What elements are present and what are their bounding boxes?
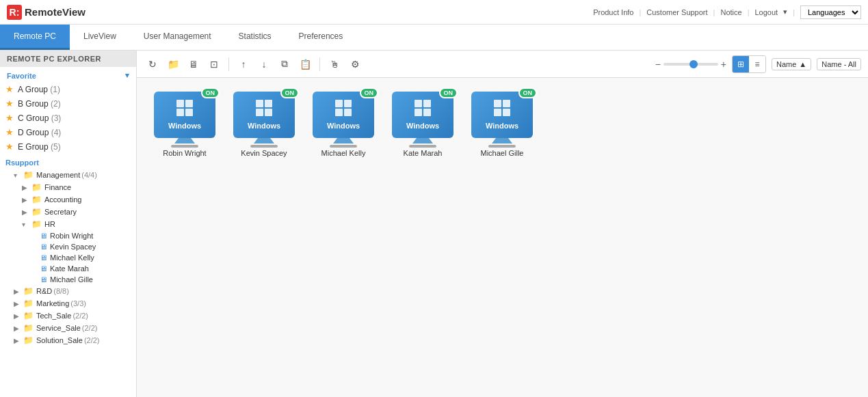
zoom-slider[interactable] (663, 63, 718, 66)
favorite-item-0[interactable]: ★ A Group (1) (0, 82, 136, 96)
on-badge: ON (360, 87, 379, 98)
tree-item-11[interactable]: ▶ 📁 Marketing (3/3) (0, 297, 136, 310)
tree-item-label: Kate Marah (50, 264, 89, 273)
tree-item-label: Management (36, 171, 80, 179)
tree-arrow: ▾ (22, 221, 30, 228)
remote-button[interactable]: 🖱 (326, 55, 343, 73)
toolbar: ↻ 📁 🖥 ⊡ ↑ ↓ ⧉ 📋 🖱 ⚙ − + ⊞ (137, 51, 868, 78)
copy-button[interactable]: ⧉ (276, 55, 293, 73)
folder-icon: 📁 (31, 182, 42, 192)
tree-arrow: ▾ (14, 172, 22, 179)
move-down-button[interactable]: ↓ (255, 55, 273, 73)
logo-icon: R: (7, 5, 22, 20)
favorite-collapse-icon[interactable]: ▾ (125, 71, 129, 80)
pc-name-label: Kevin Spacey (241, 149, 287, 157)
pc-card-3[interactable]: ON Windows Kate Marah (389, 92, 457, 157)
logo-text: RemoteView (25, 6, 86, 18)
star-icon: ★ (5, 127, 14, 137)
tree-item-label: Michael Gille (50, 275, 93, 284)
tree-item-8[interactable]: 🖥 Kate Marah (0, 263, 136, 274)
pc-name-label: Michael Kelly (321, 149, 366, 157)
fav-label: D Group (18, 128, 49, 137)
tree-item-5[interactable]: 🖥 Robin Wright (0, 230, 136, 241)
top-links: Product Info | Customer Support | Notice… (593, 5, 861, 19)
star-icon: ★ (5, 113, 14, 123)
tab-preferences[interactable]: Preferences (285, 25, 357, 50)
folder-icon: 📁 (31, 207, 42, 217)
tree-item-label: Michael Kelly (50, 254, 94, 262)
pc-icon: 🖥 (40, 243, 47, 251)
tab-statistics[interactable]: Statistics (225, 25, 285, 50)
tree-item-3[interactable]: ▶ 📁 Secretary (0, 206, 136, 218)
toolbar-right: − + ⊞ ≡ Name ▲ Name - All (655, 55, 861, 73)
tree-item-14[interactable]: ▶ 📁 Solution_Sale (2/2) (0, 334, 136, 346)
tab-liveview[interactable]: LiveView (70, 25, 130, 50)
windows-logo (176, 100, 193, 116)
tree-arrow: ▶ (14, 325, 22, 332)
pc-card-4[interactable]: ON Windows Michael Gille (468, 92, 536, 157)
zoom-thumb (689, 60, 698, 68)
tree-item-6[interactable]: 🖥 Kevin Spacey (0, 241, 136, 252)
settings-button[interactable]: ⚙ (346, 55, 364, 73)
on-badge: ON (201, 87, 220, 98)
logout-link[interactable]: Logout (754, 8, 778, 16)
sort-dropdown[interactable]: Name ▲ (772, 58, 811, 70)
tree-item-2[interactable]: ▶ 📁 Accounting (0, 193, 136, 206)
pc-card-0[interactable]: ON Windows Robin Wright (150, 92, 219, 157)
tab-user-management[interactable]: User Management (130, 25, 225, 50)
zoom-in-button[interactable]: + (721, 59, 726, 70)
pc-os-label: Windows (248, 122, 280, 130)
favorite-item-2[interactable]: ★ C Group (3) (0, 111, 136, 125)
zoom-control: − + (655, 59, 726, 70)
folder-icon: 📁 (23, 299, 34, 308)
pc-monitor: ON Windows (233, 92, 295, 138)
tree-item-9[interactable]: 🖥 Michael Gille (0, 274, 136, 285)
folder-icon: 📁 (31, 219, 42, 229)
fav-count: (2) (49, 99, 61, 109)
new-folder-button[interactable]: 📁 (164, 55, 182, 73)
customer-support-link[interactable]: Customer Support (646, 8, 707, 16)
pc-card-2[interactable]: ON Windows Michael Kelly (309, 92, 378, 157)
star-icon: ★ (5, 141, 14, 152)
zoom-out-button[interactable]: − (655, 59, 661, 70)
tree-item-label: HR (44, 220, 55, 228)
tree-item-label: Service_Sale (36, 324, 81, 332)
connect-button[interactable]: 🖥 (185, 55, 202, 73)
tree-item-7[interactable]: 🖥 Michael Kelly (0, 252, 136, 263)
refresh-button[interactable]: ↻ (144, 55, 161, 73)
pc-os-label: Windows (486, 122, 518, 130)
tree-item-4[interactable]: ▾ 📁 HR (0, 218, 136, 230)
tree-arrow: ▶ (14, 337, 22, 344)
paste-button[interactable]: 📋 (296, 55, 314, 73)
move-up-button[interactable]: ↑ (235, 55, 252, 73)
main-layout: REMOTE PC EXPLORER Favorite ▾ ★ A Group … (0, 51, 868, 397)
pc-monitor-wrap: ON Windows (471, 92, 533, 138)
tree-item-1[interactable]: ▶ 📁 Finance (0, 181, 136, 193)
sidebar-header: REMOTE PC EXPLORER (0, 51, 136, 67)
pc-monitor: ON Windows (313, 92, 374, 138)
pc-monitor: ON Windows (154, 92, 215, 138)
disconnect-button[interactable]: ⊡ (205, 55, 223, 73)
pc-icon: 🖥 (40, 275, 47, 284)
tree-item-label: Kevin Spacey (50, 243, 96, 251)
tree-item-13[interactable]: ▶ 📁 Service_Sale (2/2) (0, 322, 136, 334)
favorite-item-1[interactable]: ★ B Group (2) (0, 96, 136, 111)
notice-link[interactable]: Notice (720, 8, 741, 16)
tree-item-10[interactable]: ▶ 📁 R&D (8/8) (0, 285, 136, 297)
list-view-button[interactable]: ≡ (749, 56, 765, 72)
language-select[interactable]: Languages (800, 5, 861, 19)
tab-remote-pc[interactable]: Remote PC (0, 25, 70, 50)
filter-dropdown[interactable]: Name - All (817, 58, 861, 70)
sep2 (319, 57, 320, 71)
pc-card-1[interactable]: ON Windows Kevin Spacey (230, 92, 298, 157)
product-info-link[interactable]: Product Info (593, 8, 633, 16)
tree-arrow: ▶ (14, 288, 22, 295)
folder-icon: 📁 (23, 311, 34, 320)
grid-view-button[interactable]: ⊞ (733, 56, 749, 72)
tree-item-0[interactable]: ▾ 📁 Management (4/4) (0, 169, 136, 181)
tree-item-12[interactable]: ▶ 📁 Tech_Sale (2/2) (0, 310, 136, 322)
favorite-item-4[interactable]: ★ E Group (5) (0, 139, 136, 154)
favorite-item-3[interactable]: ★ D Group (4) (0, 125, 136, 139)
tree-arrow: ▶ (22, 196, 30, 204)
pc-icon: 🖥 (40, 264, 47, 273)
